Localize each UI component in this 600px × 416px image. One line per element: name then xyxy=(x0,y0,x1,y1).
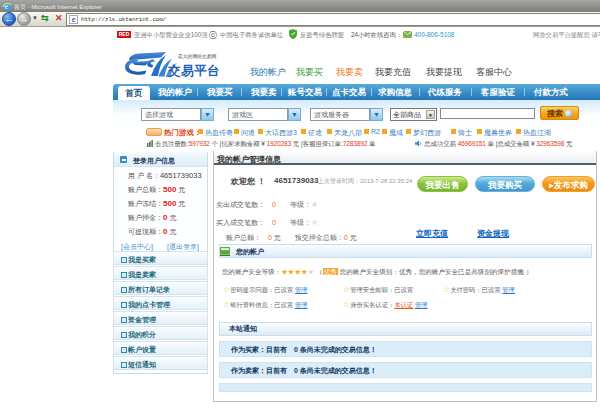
svg-text:e: e xyxy=(4,2,8,11)
